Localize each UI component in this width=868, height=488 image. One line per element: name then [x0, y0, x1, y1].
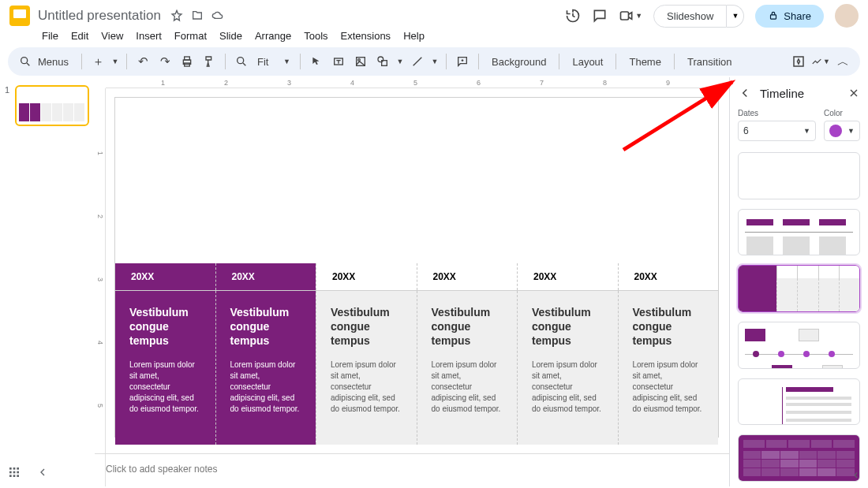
timeline-column[interactable]: Vestibulum congue tempusLorem ipsum dolo…: [316, 291, 417, 445]
timeline-template-3[interactable]: [738, 265, 860, 312]
ask-gemini-icon[interactable]: [789, 52, 808, 71]
transition-button[interactable]: Transition: [681, 53, 739, 71]
new-slide-dropdown[interactable]: ▼: [110, 52, 120, 71]
new-slide-button[interactable]: ＋: [88, 52, 107, 71]
timeline-column[interactable]: Vestibulum congue tempusLorem ipsum dolo…: [417, 291, 518, 445]
mode-dropdown[interactable]: ▼: [811, 52, 830, 71]
color-select[interactable]: ▼: [824, 121, 860, 141]
menus-label: Menus: [38, 56, 69, 68]
year-cell[interactable]: 20XX: [517, 263, 618, 290]
move-icon[interactable]: [191, 9, 204, 22]
zoom-tool-icon[interactable]: [232, 52, 251, 71]
slides-logo-icon[interactable]: [9, 6, 30, 26]
title-bar: ▼ Slideshow ▼ Share: [0, 0, 868, 28]
year-cell[interactable]: 20XX: [618, 263, 719, 290]
year-cell[interactable]: 20XX: [417, 263, 518, 290]
line-dropdown[interactable]: ▼: [430, 52, 440, 71]
select-tool[interactable]: [307, 52, 326, 71]
grid-view-icon[interactable]: [8, 466, 22, 480]
timeline-column[interactable]: Vestibulum congue tempusLorem ipsum dolo…: [115, 291, 215, 445]
menu-format[interactable]: Format: [169, 28, 212, 43]
svg-point-2: [21, 58, 28, 64]
image-tool[interactable]: [351, 52, 370, 71]
shape-dropdown[interactable]: ▼: [395, 52, 405, 71]
star-icon[interactable]: [170, 9, 183, 22]
close-panel-icon[interactable]: [847, 87, 860, 99]
history-icon[interactable]: [565, 8, 581, 24]
color-label: Color: [824, 109, 860, 117]
share-label: Share: [784, 10, 811, 22]
svg-rect-19: [17, 471, 19, 474]
collapse-filmstrip-icon[interactable]: [36, 466, 51, 480]
svg-rect-14: [9, 468, 12, 470]
color-swatch-icon: [829, 125, 842, 137]
timeline-template-6[interactable]: [738, 434, 860, 482]
meet-icon[interactable]: ▼: [619, 8, 642, 24]
menu-view[interactable]: View: [95, 28, 129, 43]
dates-select[interactable]: 6▼: [738, 121, 816, 141]
dates-label: Dates: [738, 109, 816, 117]
toolbar: Menus ＋ ▼ ↶ ↷ Fit▼ ▼ ▼ Background Layout…: [8, 47, 860, 76]
zoom-select[interactable]: Fit▼: [254, 54, 294, 69]
slideshow-dropdown[interactable]: ▼: [727, 5, 744, 28]
collapse-toolbar-icon[interactable]: ︿: [833, 52, 852, 71]
shape-tool[interactable]: [373, 52, 392, 71]
doc-title-input[interactable]: [38, 8, 164, 24]
redo-button[interactable]: ↷: [155, 52, 174, 71]
timeline-template-4[interactable]: [738, 322, 860, 369]
theme-button[interactable]: Theme: [623, 53, 667, 71]
menu-tools[interactable]: Tools: [298, 28, 333, 43]
search-menus-icon[interactable]: [16, 52, 35, 71]
paint-format-button[interactable]: [200, 52, 219, 71]
print-button[interactable]: [178, 52, 196, 71]
timeline-column[interactable]: Vestibulum congue tempusLorem ipsum dolo…: [517, 291, 618, 445]
undo-button[interactable]: ↶: [133, 52, 152, 71]
slide-number: 1: [5, 85, 9, 95]
year-cell[interactable]: 20XX: [316, 263, 417, 290]
svg-point-6: [238, 58, 244, 64]
svg-rect-16: [17, 468, 19, 470]
back-icon[interactable]: [738, 86, 752, 100]
svg-point-10: [378, 57, 383, 62]
svg-rect-20: [9, 475, 12, 477]
slide-canvas[interactable]: 20XX 20XX 20XX 20XX 20XX 20XX Vestibulum…: [115, 98, 718, 437]
svg-rect-15: [13, 468, 16, 470]
menu-bar: File Edit View Insert Format Slide Arran…: [0, 28, 868, 46]
ruler-vertical: 1 2 3 4 5: [95, 88, 106, 486]
year-cell[interactable]: 20XX: [215, 263, 316, 290]
layout-button[interactable]: Layout: [566, 53, 609, 71]
svg-rect-17: [9, 471, 12, 474]
background-button[interactable]: Background: [485, 53, 552, 71]
menu-slide[interactable]: Slide: [214, 28, 248, 43]
speaker-notes[interactable]: Click to add speaker notes: [95, 453, 729, 486]
svg-rect-0: [621, 12, 629, 20]
menu-help[interactable]: Help: [398, 28, 430, 43]
timeline-column[interactable]: Vestibulum congue tempusLorem ipsum dolo…: [215, 291, 316, 445]
template-list[interactable]: [730, 147, 868, 486]
timeline-panel: Timeline Dates 6▼ Color ▼: [729, 77, 868, 486]
share-button[interactable]: Share: [755, 5, 824, 28]
line-tool[interactable]: [408, 52, 427, 71]
slideshow-button[interactable]: Slideshow: [653, 5, 727, 28]
menu-arrange[interactable]: Arrange: [249, 28, 297, 43]
expand-sidepanel-icon[interactable]: ‹: [854, 468, 866, 480]
timeline-column[interactable]: Vestibulum congue tempusLorem ipsum dolo…: [618, 291, 719, 445]
svg-rect-4: [185, 57, 190, 60]
menu-edit[interactable]: Edit: [65, 28, 94, 43]
slide-thumbnail-1[interactable]: [15, 85, 89, 126]
account-avatar[interactable]: [835, 4, 859, 28]
menu-file[interactable]: File: [36, 28, 64, 43]
panel-title: Timeline: [760, 87, 804, 100]
comments-icon[interactable]: [592, 8, 608, 24]
menu-extensions[interactable]: Extensions: [335, 28, 397, 43]
svg-point-9: [358, 59, 361, 61]
svg-rect-22: [17, 475, 19, 477]
cloud-status-icon[interactable]: [211, 9, 224, 22]
textbox-tool[interactable]: [329, 52, 348, 71]
timeline-template-5[interactable]: [738, 378, 860, 426]
comment-tool[interactable]: [453, 52, 472, 71]
timeline-template-1[interactable]: [738, 152, 860, 199]
timeline-template-2[interactable]: [738, 209, 860, 256]
year-cell[interactable]: 20XX: [115, 263, 215, 290]
menu-insert[interactable]: Insert: [130, 28, 167, 43]
